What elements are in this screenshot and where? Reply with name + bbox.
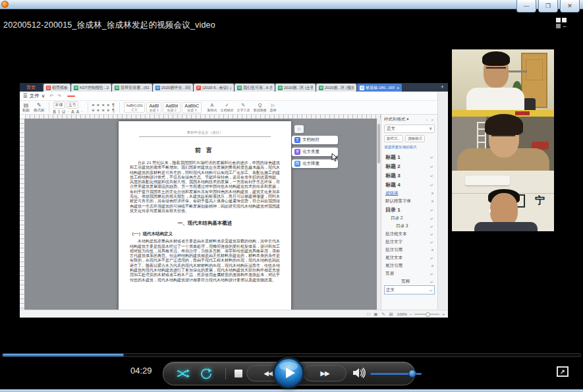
fullscreen-toggle-button[interactable]: ↗ [557,366,569,377]
font-name-select[interactable]: 宋体 [53,101,65,109]
play-button[interactable] [273,357,304,389]
style-item[interactable]: 目录 3 ↵ [384,222,435,230]
document-tab[interactable]: W 2020届毕业...回执1 (1) [153,84,193,92]
style-item[interactable]: 标题 1 ↵ [384,152,435,161]
style-item[interactable]: 标题 2 ↵ [384,161,435,171]
minimize-button[interactable]: — [516,0,536,13]
style-item[interactable]: 超链接 a [384,189,435,197]
paragraph-icons[interactable]: ≡ ≡ ≡ ≡ ¶ [92,103,115,107]
undo-redo-icons[interactable]: ↶ ↷ [49,94,63,99]
menu-tab[interactable] [67,96,75,97]
style-item[interactable]: 默认段落字体 a [384,197,435,205]
ribbon-tool-button[interactable]: ✓ 文档校对 [220,103,233,112]
right-tool-strip [437,92,448,310]
window-titlebar[interactable] [0,0,583,9]
zoom-out-button[interactable]: − [410,312,412,316]
paragraph-mark-icon: a [431,264,433,267]
hamburger-icon: ☰ [23,93,28,99]
paragraph-mark-icon: ↵ [430,173,433,178]
style-item[interactable]: 标题 4 ↵ [384,180,435,189]
paragraph-icons-2[interactable]: ≡ ≡ ≡ ≡ ¶ [92,108,115,113]
style-item[interactable]: 尾注文本 ↵ [384,254,435,262]
paragraph-mark-icon: a [431,248,433,252]
clear-format-button[interactable]: 清除格式 [405,135,425,142]
new-tab-button[interactable]: + [438,83,447,92]
document-tab[interactable]: W 被退稿-180...005.10 × [357,84,402,92]
ribbon-tool-button[interactable]: ▷ 选择 [269,103,276,112]
style-item[interactable]: 页脚 ↵ [384,277,435,285]
page-header: 本科毕业论文（设计） [139,130,271,137]
glasses [491,135,515,141]
file-type-icon: W [360,86,364,90]
style-item[interactable]: 页眉 ↵ [384,269,435,277]
file-menu[interactable]: ☰ 文件 ∨ [23,93,45,99]
style-item[interactable]: 标题 3 ↵ [384,171,435,180]
ribbon-tool-button[interactable]: A 新样式 [207,103,217,112]
home-icon[interactable]: ⌂ [294,125,304,133]
document-tab[interactable]: 首页 [20,83,42,92]
ribbon-tool-button[interactable]: ✎ 文字工具 [236,103,250,112]
zoom-slider[interactable] [414,314,439,315]
style-gallery-item[interactable]: AaBbCcDd 正文 [124,102,146,113]
style-gallery-item[interactable]: AaBl 标题 1 [146,102,161,113]
video-canvas[interactable]: 20200512-200015_徐成林_徐成林发起的视频会议_video ← 首… [0,9,583,353]
file-type-icon: D [46,86,51,90]
close-button[interactable]: ✕ [560,0,580,13]
restore-button[interactable]: ❐ [538,0,558,13]
document-page[interactable]: 本科毕业论文（设计） 前言 自从 21 世纪以来，随着我国国民市场经济的发展和社… [119,121,291,310]
style-item[interactable]: 批注文字 ↵ [384,238,435,246]
style-gallery-item[interactable]: AaBbt 标题 2 [163,102,180,113]
word-menu-bar: ☰ 文件 ∨ ↶ ↷ [20,92,448,101]
view-mode-icons[interactable]: □ ▣ ✎ ▤ [368,312,395,317]
document-tab[interactable]: D 稻壳模板 [43,84,70,92]
shuffle-button[interactable] [177,369,190,378]
floating-tool-label: 文档校对 [302,137,319,143]
shared-word-window: 首页 D 稻壳模板 W KDT控制报告...200512 W 答辩安排通...(… [20,83,448,318]
new-style-button[interactable]: 新样式... [384,135,403,142]
close-tab-icon[interactable]: × [397,86,399,90]
stop-button[interactable] [235,370,242,378]
styles-hint-link[interactable]: 请选择要应用的格式 [384,145,435,150]
status-right: □ ▣ ✎ ▤ 100% − + [368,312,445,317]
style-item[interactable]: 批注框文本 ↵ [384,230,435,238]
style-item[interactable]: 目录 2 ↵ [384,214,435,222]
style-item[interactable]: 批注引用 a [384,246,435,254]
document-tab[interactable]: W 2020届...区 (土管) [275,84,316,92]
document-tab[interactable]: W 2020届...区 (预览) [316,84,356,92]
volume-slider[interactable] [370,369,422,378]
document-tab[interactable]: W 我们也可第...6 (预览) [235,84,275,92]
file-type-icon: W [115,86,119,90]
font-size-select[interactable]: 五号 [67,101,78,109]
mute-button[interactable] [353,368,366,378]
style-item[interactable]: 目录 1 ↵ [384,205,435,214]
format-painter-button[interactable]: ✎ 格式刷 [34,103,45,113]
font-format-icons[interactable]: B I U · A A · [53,109,84,114]
current-style-select[interactable]: 正文 ∨ [384,125,435,133]
repeat-button[interactable] [200,368,212,379]
file-type-icon: W [319,86,323,90]
paragraph-1: 自从 21 世纪以来，随着我国国民市场经济的发展和社会的进步，中国的绿色建筑和工… [130,161,280,213]
media-player-window: — ❐ ✕ 20200512-200015_徐成林_徐成林发起的视频会议_vid… [0,0,583,392]
paste-button[interactable]: ▤ 粘贴 [22,103,30,113]
zoom-in-button[interactable]: + [442,312,445,316]
style-gallery-item[interactable]: AaBbC 标题 3 [182,102,202,113]
ribbon-tool-label: 查找替换 [253,108,266,112]
style-label: 标题 3 [184,108,199,112]
floating-tool-button[interactable]: 文 文档校对 [292,136,338,144]
fast-forward-button[interactable]: ▶▶ [303,365,347,381]
player-controls: 04:29 ◀◀ ▶▶ [0,357,583,389]
style-item[interactable]: 正文 ↵ [384,285,435,294]
document-tab[interactable]: W 答辩安排通...(512) [112,84,152,92]
paragraph-mark-icon: ↵ [430,208,433,212]
vertical-ruler [20,119,24,310]
floating-tool-label: 论文查重 [302,149,319,155]
document-tab[interactable]: P (2020-5...会议) .pdf [194,84,234,92]
ribbon-tool-button[interactable]: Q 查找替换 [253,103,266,112]
style-item[interactable]: 尾注引用 a [384,262,435,269]
air-conditioner [465,176,510,185]
volume-knob[interactable] [408,370,416,378]
styles-panel-close-icon[interactable]: ▫ × [426,118,435,122]
document-tab[interactable]: W KDT控制报告...200512 [71,84,111,92]
paragraph-mark-icon: a [431,191,433,195]
floating-tool-icon: 查 [294,149,300,155]
